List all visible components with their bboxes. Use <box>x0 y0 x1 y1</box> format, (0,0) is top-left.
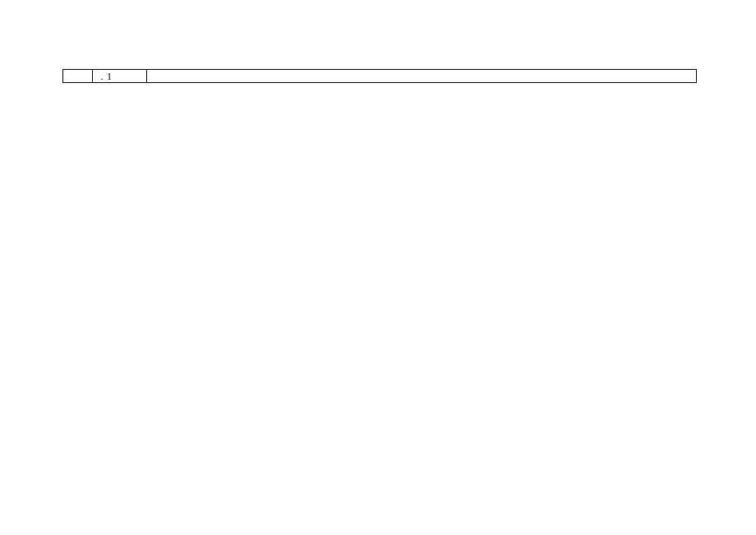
table-cell-2: ．1 <box>93 70 147 82</box>
table-cell-1 <box>63 70 93 82</box>
table-cell-3 <box>147 70 696 82</box>
cell-2-text: ．1 <box>97 71 112 81</box>
table-row: ．1 <box>62 69 697 83</box>
